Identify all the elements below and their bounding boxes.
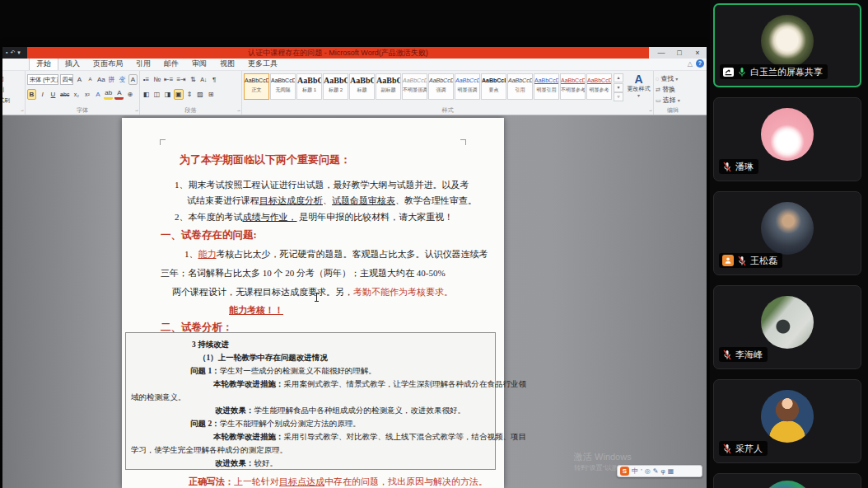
participant-tile[interactable]: 采芹人 [713,379,861,463]
asian-layout-button[interactable]: A↓ [199,74,208,85]
justify-button[interactable]: ▣ [174,89,184,100]
grow-font-button[interactable]: A [75,74,84,85]
character-border-button[interactable]: A [128,74,138,85]
sort-button[interactable]: ⇅ [189,74,198,85]
format-painter-button[interactable]: 格式刷 [2,95,26,106]
close-button[interactable]: × [688,47,707,59]
tab-home[interactable]: 开始 [29,57,58,70]
tab-more-tools[interactable]: 更多工具 [241,58,284,70]
tab-insert[interactable]: 插入 [58,58,86,70]
style-subtitle[interactable]: AaBbC副标题 [376,73,401,100]
gallery-more-icon[interactable]: ▿ [614,92,623,101]
sogou-logo-icon[interactable]: S [620,467,629,476]
align-left-button[interactable]: ◧ [142,89,151,100]
minimize-button[interactable]: — [652,47,670,59]
borders-button[interactable]: ⊞ [207,89,216,100]
save-icon[interactable]: ▪ [6,47,7,59]
paragraph-dialog-launcher-icon[interactable]: ⌐ [237,109,240,114]
gallery-scroll-up-icon[interactable]: ▴ [614,73,623,82]
ime-pen-button[interactable]: ✎ [653,466,659,476]
style-quote[interactable]: AaBbCcDd引用 [507,73,533,100]
participant-tile-sharing[interactable]: 白玉兰的屏幕共享 [713,3,861,87]
numbering-button[interactable]: № [152,74,161,85]
participant-tile-partial[interactable] [713,473,861,488]
style-intense-reference[interactable]: AaBbCcDc明显参考 [586,73,612,100]
change-styles-button[interactable]: A 更改样式 ▾ [626,73,651,98]
phonetic-guide-button[interactable]: 拼 [107,74,116,85]
qat-dropdown-icon[interactable]: ▾ [17,47,21,59]
mic-muted-icon [737,256,747,266]
decrease-indent-button[interactable]: ⇤≡ [163,74,174,85]
participant-tile[interactable]: 王松磊 [713,191,861,275]
underline-button[interactable]: U [49,89,58,100]
tab-view[interactable]: 视图 [213,58,241,70]
help-icon[interactable]: ? [696,59,704,68]
ribbon-collapse-icon[interactable]: △ [688,60,693,68]
font-color-button[interactable]: A [114,89,124,100]
style-title[interactable]: AaBbC标题 [349,73,375,100]
shading-button[interactable]: ▨ [196,89,205,100]
style-no-spacing[interactable]: AaBbCcDd无间隔 [270,73,296,100]
tab-review[interactable]: 审阅 [185,58,213,70]
italic-button[interactable]: I [38,89,47,100]
bold-button[interactable]: B [27,89,36,100]
superscript-button[interactable]: x² [82,89,91,100]
shrink-font-button[interactable]: A [86,74,95,85]
styles-dialog-launcher-icon[interactable]: ⌐ [649,109,652,114]
maximize-button[interactable]: □ [670,47,688,59]
ime-punctuation-button[interactable]: ’ [641,466,642,476]
tab-page-layout[interactable]: 页面布局 [86,58,129,70]
select-button[interactable]: ▭ 选择▾ [656,96,690,106]
line-spacing-button[interactable]: ⇕ [185,89,194,100]
show-hide-marks-button[interactable]: ¶ [210,74,219,85]
meeting-app-screen: ▪ ↶ ▾ 认证中课程存在的问题 - Microsoft Word(产品激活失败… [0,0,868,488]
ime-toolbar[interactable]: S 中 ’ ◎ ✎ φ ▦ [617,465,702,477]
change-styles-icon: A [626,73,651,86]
participant-tile[interactable]: 李海峰 [713,285,861,369]
word-title-bar[interactable]: ▪ ↶ ▾ 认证中课程存在的问题 - Microsoft Word(产品激活失败… [2,47,707,59]
strikethrough-button[interactable]: abc [59,89,70,100]
font-dialog-launcher-icon[interactable]: ⌐ [135,109,138,114]
ime-voice-button[interactable]: φ [660,466,665,476]
align-right-button[interactable]: ◨ [163,89,172,100]
clipboard-dialog-launcher-icon[interactable]: ⌐ [21,109,24,114]
style-intense-quote[interactable]: AaBbCcDd明显引用 [534,73,559,100]
align-center-button[interactable]: ◫ [152,89,161,100]
styles-gallery-scroll: ▴ ▾ ▿ [614,73,623,101]
replace-button[interactable]: ⇄ 替换 [656,85,690,95]
style-strong[interactable]: AaBbCcDc要点 [481,73,506,100]
character-convert-button[interactable]: 变 [118,74,127,85]
gallery-scroll-down-icon[interactable]: ▾ [614,83,623,92]
cut-button[interactable]: 剪切 [2,73,26,84]
doc-paragraph: 试结束要进行课程目标达成度分析、试题命题审核表、教学合理性审查。 [187,195,477,206]
highlight-color-button[interactable]: ab [104,89,113,100]
ime-language-button[interactable]: 中 [632,466,638,476]
bullets-button[interactable]: •≡ [142,74,151,85]
text-effects-button[interactable]: A [93,89,102,100]
participant-label: 王松磊 [719,253,782,268]
participant-tile[interactable]: 潘琳 [713,97,861,181]
style-intense-emphasis[interactable]: AaBbCcDd明显强调 [455,73,480,100]
find-button[interactable]: ◌ 查找▾ [656,74,690,84]
style-heading1[interactable]: AaBbC标题 1 [296,73,322,100]
change-case-button[interactable]: Aa [96,74,105,85]
font-name-select[interactable]: 宋体 (中文正▾ [27,74,58,85]
mic-on-icon [737,67,747,77]
tab-references[interactable]: 引用 [129,58,157,70]
style-normal[interactable]: AaBbCcDd正文 [244,73,269,100]
subscript-button[interactable]: x₂ [72,89,81,100]
style-heading2[interactable]: AaBbC标题 2 [323,73,348,100]
ime-emoji-button[interactable]: ◎ [645,466,651,476]
style-subtle-reference[interactable]: AaBbCcDd不明显参考 [560,73,586,100]
undo-icon[interactable]: ↶ [10,47,15,59]
increase-indent-button[interactable]: ≡⇥ [175,74,186,85]
doc-footer-note: 正确写法：上一轮针对目标点达成中存在的问题，找出原因与解决的方法。 [189,476,488,487]
style-emphasis[interactable]: AaBbCcDd强调 [428,73,454,100]
ime-keyboard-button[interactable]: ▦ [668,466,674,476]
font-size-select[interactable]: 四号▾ [60,74,74,85]
tab-mailings[interactable]: 邮件 [157,58,185,70]
style-subtle-emphasis[interactable]: AaBbCcDd不明显强调 [402,73,427,100]
enclose-characters-button[interactable]: ⊕ [125,89,134,100]
document-page[interactable]: 为了本学期面临以下两个重要问题： 1、期末考试按照工程认证进行出试题，最好教学大… [122,118,504,488]
copy-button[interactable]: 复制 [2,84,26,95]
